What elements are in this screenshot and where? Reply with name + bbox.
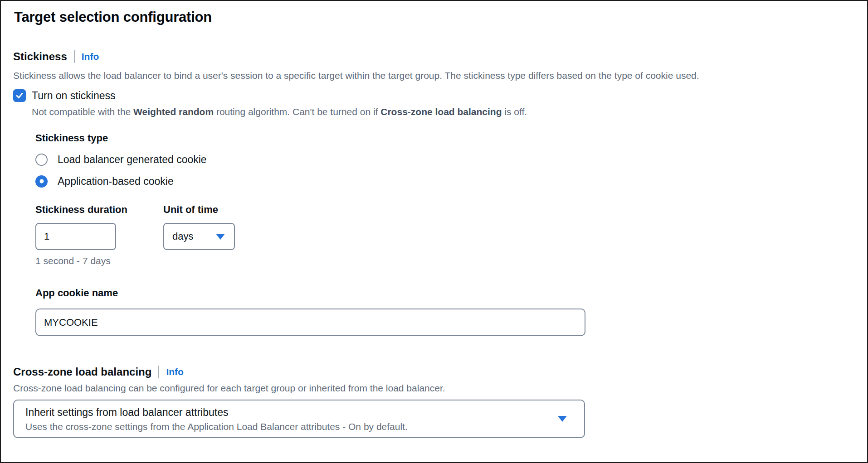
turn-on-stickiness-label: Turn on stickiness [32,90,116,102]
turn-on-stickiness-checkbox[interactable] [13,89,26,102]
turn-on-stickiness-row: Turn on stickiness [13,88,853,103]
stickiness-description: Stickiness allows the load balancer to b… [13,70,853,82]
note-text: Not compatible with the [32,106,133,117]
cross-zone-select-texts: Inherit settings from load balancer attr… [25,405,408,433]
cross-zone-select-value-description: Uses the cross-zone settings from the Ap… [25,420,408,433]
duration-constraint-text: 1 second - 7 days [35,256,853,266]
unit-of-time-label: Unit of time [163,204,218,216]
stickiness-type-label: Stickiness type [35,132,853,144]
stickiness-duration-label: Stickiness duration [35,204,163,216]
radio-lb-generated-cookie-label: Load balancer generated cookie [58,154,207,166]
cross-zone-select[interactable]: Inherit settings from load balancer attr… [13,400,585,438]
radio-lb-generated-cookie[interactable] [35,154,48,166]
page-title: Target selection configuration [14,8,853,26]
checkmark-icon [15,91,24,100]
stickiness-options-block: Stickiness type Load balancer generated … [35,132,853,336]
radio-application-based-cookie[interactable] [35,175,48,188]
app-cookie-name-input[interactable] [35,309,585,336]
note-bold-weighted-random: Weighted random [133,106,214,117]
duration-inputs-row: days [35,223,853,250]
heading-divider [158,366,159,378]
caret-down-icon [558,416,567,422]
cross-zone-info-link[interactable]: Info [166,367,183,377]
duration-labels-row: Stickiness duration Unit of time [35,204,853,216]
cross-zone-description: Cross-zone load balancing can be configu… [13,382,853,394]
radio-application-based-cookie-label: Application-based cookie [58,175,174,188]
heading-divider [74,50,75,63]
target-selection-configuration-panel: Target selection configuration Stickines… [0,0,868,463]
stickiness-compatibility-note: Not compatible with the Weighted random … [32,106,853,118]
caret-down-icon [216,234,225,240]
unit-of-time-value: days [172,231,193,242]
stickiness-heading: Stickiness [13,50,67,63]
note-text: is off. [502,106,527,117]
radio-row-lb-generated-cookie[interactable]: Load balancer generated cookie [35,152,853,167]
unit-of-time-select[interactable]: days [163,223,235,250]
stickiness-heading-row: Stickiness Info [13,50,853,63]
cross-zone-heading-row: Cross-zone load balancing Info [13,365,853,379]
app-cookie-name-label: App cookie name [35,287,853,299]
radio-row-application-based-cookie[interactable]: Application-based cookie [35,174,853,188]
note-text: routing algorithm. Can't be turned on if [214,106,380,117]
cross-zone-select-value: Inherit settings from load balancer attr… [25,405,408,419]
cross-zone-heading: Cross-zone load balancing [13,366,151,378]
stickiness-duration-input[interactable] [35,223,116,250]
note-bold-cross-zone: Cross-zone load balancing [380,106,502,117]
stickiness-info-link[interactable]: Info [82,51,99,62]
